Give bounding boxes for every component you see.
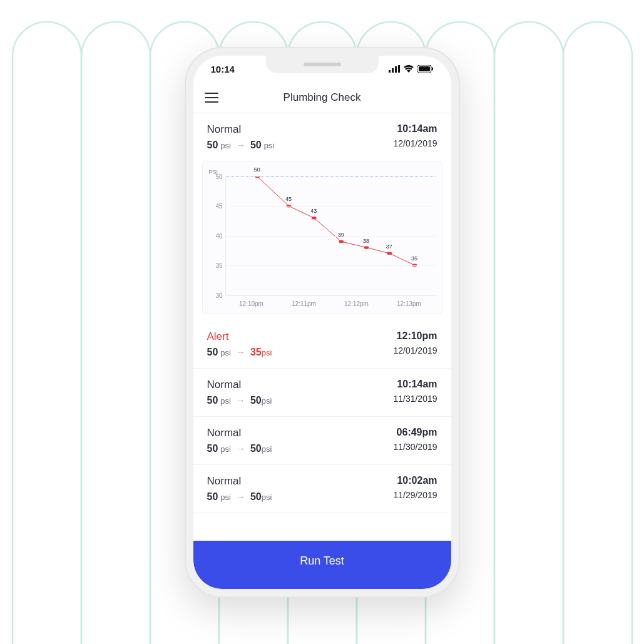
signal-icon	[389, 64, 400, 74]
chart-point-label: 38	[363, 238, 369, 244]
chart-point-label: 35	[411, 255, 417, 262]
history-row[interactable]: Normal50psi→50psi10:14am11/31/2019	[193, 369, 451, 417]
reading-time: 06:49pm	[393, 427, 437, 438]
history-row[interactable]: Normal50psi→50psi06:49pm11/30/2019	[193, 417, 451, 465]
svg-point-9	[311, 216, 316, 219]
status-time: 10:14	[211, 64, 235, 74]
arrow-right-icon: →	[236, 395, 245, 406]
psi-reading: 50psi→50psi	[207, 395, 272, 406]
svg-rect-3	[398, 65, 400, 73]
reading-time: 12:10pm	[393, 330, 437, 342]
chart-plot-area: 50454339383735	[225, 176, 436, 295]
status-label: Normal	[207, 379, 272, 391]
status-label: Normal	[207, 427, 272, 439]
chart-point-label: 45	[285, 196, 292, 202]
content-scroll[interactable]: Normal 50psi → 50psi 10:14am 12/01/2019 …	[193, 113, 451, 541]
svg-rect-1	[392, 68, 394, 73]
svg-point-12	[387, 252, 392, 255]
chart-x-axis: 12:10pm12:11pm12:12pm12:13pm	[209, 300, 436, 307]
reading-date: 11/29/2019	[393, 490, 437, 500]
phone-frame: 10:14 Plumbing Check Normal 50psi →	[185, 47, 460, 598]
chart-y-axis: 5045403530	[209, 176, 225, 295]
app-header: Plumbing Check	[193, 83, 451, 113]
status-label: Normal	[207, 475, 272, 488]
history-row-alert[interactable]: Alert50psi→35psi12:10pm12/01/2019	[193, 320, 451, 369]
page-title: Plumbing Check	[284, 91, 361, 104]
history-row[interactable]: Normal50psi→50psi10:02am11/29/2019	[193, 465, 451, 513]
psi-reading: 50psi→35psi	[207, 347, 272, 358]
reading-time: 10:14am	[393, 379, 437, 390]
arrow-right-icon: →	[236, 491, 245, 502]
status-label: Normal	[207, 123, 275, 136]
battery-icon	[417, 64, 434, 74]
phone-screen: 10:14 Plumbing Check Normal 50psi →	[193, 56, 451, 589]
psi-reading: 50psi→50psi	[207, 443, 272, 454]
svg-rect-5	[419, 66, 430, 71]
chart-point-label: 37	[386, 243, 392, 250]
reading-time: 10:02am	[393, 475, 437, 486]
reading-date: 11/31/2019	[393, 394, 437, 404]
reading-date: 12/01/2019	[393, 345, 437, 355]
reading-date: 11/30/2019	[393, 442, 437, 452]
reading-time: 10:14am	[393, 123, 437, 135]
menu-icon[interactable]	[205, 93, 218, 103]
svg-rect-0	[389, 70, 391, 73]
svg-rect-6	[432, 68, 433, 71]
status-label: Alert	[207, 330, 272, 343]
arrow-right-icon: →	[236, 140, 245, 150]
chart-point-label: 43	[310, 208, 317, 214]
phone-notch	[266, 56, 379, 73]
chart-y-label: PSI	[209, 169, 436, 175]
arrow-right-icon: →	[236, 443, 245, 454]
svg-point-11	[364, 246, 369, 249]
arrow-right-icon: →	[236, 347, 245, 357]
current-status-row: Normal 50psi → 50psi 10:14am 12/01/2019	[193, 113, 451, 161]
pressure-chart: PSI 5045403530 50454339383735 12:10pm12:…	[202, 161, 442, 314]
psi-reading: 50psi→50psi	[207, 491, 272, 503]
wifi-icon	[404, 64, 414, 74]
svg-point-10	[339, 240, 344, 243]
chart-point-label: 39	[338, 232, 344, 238]
svg-rect-2	[395, 66, 397, 73]
chart-point-label: 50	[254, 166, 260, 173]
reading-date: 12/01/2019	[393, 138, 437, 148]
run-test-button[interactable]: Run Test	[193, 541, 451, 589]
psi-reading: 50psi → 50psi	[207, 140, 275, 151]
